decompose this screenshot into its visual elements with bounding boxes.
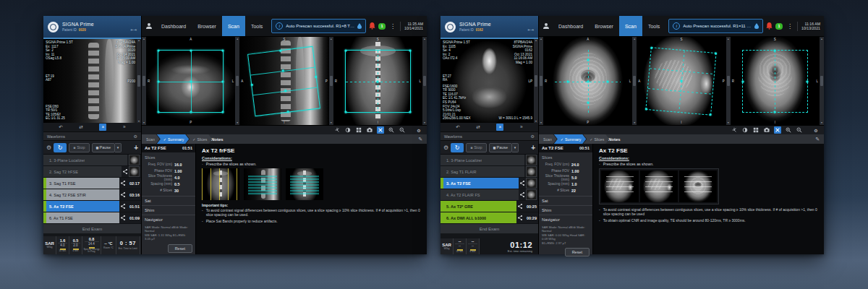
section-shim[interactable]: Shim xyxy=(142,205,195,215)
roi-handle[interactable] xyxy=(587,80,589,82)
close-tool-icon[interactable]: × xyxy=(99,124,106,131)
message-count-badge[interactable]: 1 xyxy=(378,23,386,30)
roi-handle[interactable] xyxy=(344,111,346,113)
protocol-step-row[interactable]: 4. Ax T2 FLAIR FS xyxy=(441,189,538,200)
protocol-step-row[interactable]: 5. Ax T2 FSE01:51 xyxy=(43,201,141,212)
parameter-row[interactable]: # Slices30 xyxy=(142,187,195,194)
scroll-down-icon[interactable]: ▼ xyxy=(540,121,542,124)
roi-handle[interactable] xyxy=(190,50,192,52)
more-tools-icon[interactable]: » xyxy=(520,124,523,131)
waveforms-settings-icon[interactable]: ⚙ xyxy=(531,134,535,139)
zoom-out-icon[interactable] xyxy=(399,126,406,134)
roi-handle[interactable] xyxy=(377,80,379,82)
scroll-up-icon[interactable]: ▲ xyxy=(727,38,729,40)
adjust-icon[interactable] xyxy=(333,126,341,134)
scroll-up-icon[interactable]: ▲ xyxy=(330,38,332,40)
parameter-row[interactable]: Spacing (mm)0.5 xyxy=(142,181,195,187)
pause-button[interactable]: ▮▮Pause xyxy=(92,143,116,152)
edit-notes-icon[interactable]: ✎ xyxy=(815,137,820,142)
adjust-icon[interactable] xyxy=(731,126,738,134)
roi-handle[interactable] xyxy=(806,80,808,82)
edit-notes-icon[interactable]: ✎ xyxy=(418,137,422,142)
step-thumbnail[interactable] xyxy=(526,178,537,189)
bottom-tab-scan[interactable]: Scan xyxy=(539,134,557,144)
prescription-roi[interactable] xyxy=(555,50,621,113)
scroll-up-icon[interactable]: ▲ xyxy=(237,38,239,40)
tab-tools[interactable]: Tools xyxy=(642,16,665,36)
roi-handle[interactable] xyxy=(222,111,224,113)
waveforms-section[interactable]: Waveforms ⚙ xyxy=(43,131,141,140)
mri-viewport[interactable]: SIAP xyxy=(239,37,328,125)
protocol-step-row[interactable]: 2. Sag T2 frFSE xyxy=(43,166,141,177)
roi-handle[interactable] xyxy=(158,111,160,113)
protocol-step-row[interactable]: 4. Sag T2 FSE STIR03:16 xyxy=(43,189,141,200)
parameter-row[interactable]: Spacing (mm)1.0 xyxy=(539,181,592,187)
parameter-row[interactable]: # Slices22 xyxy=(539,187,592,194)
scroll-down-icon[interactable]: ▼ xyxy=(237,121,239,124)
prescription-roi[interactable] xyxy=(345,50,411,113)
user-icon[interactable] xyxy=(145,22,153,30)
scroll-down-icon[interactable]: ▼ xyxy=(142,121,145,124)
reference-scrollbar[interactable]: ▲▼ xyxy=(534,39,538,123)
roi-handle[interactable] xyxy=(567,80,569,82)
undo-icon[interactable]: ↶ xyxy=(59,124,62,131)
viewport-scrollbar[interactable]: ▲▼ xyxy=(820,37,824,125)
scroll-down-icon[interactable]: ▼ xyxy=(820,121,822,124)
section-navigator[interactable]: Navigator xyxy=(539,215,592,224)
reference-scrollbar[interactable]: ▲▼ xyxy=(137,39,141,123)
scroll-up-icon[interactable]: ▲ xyxy=(142,38,145,40)
prescription-roi[interactable] xyxy=(247,46,320,116)
refresh-button[interactable]: ↻ xyxy=(54,143,67,152)
mri-viewport[interactable]: SIRL xyxy=(333,37,422,125)
contrast-icon[interactable] xyxy=(344,126,352,134)
section-navigator[interactable]: Navigator xyxy=(142,215,195,224)
tab-scan[interactable]: Scan xyxy=(222,16,245,36)
reset-button[interactable]: Reset xyxy=(565,248,590,256)
tab-browser[interactable]: Browser xyxy=(589,16,619,36)
layout-grid-icon[interactable] xyxy=(752,126,760,134)
zoom-in-icon[interactable] xyxy=(785,126,792,134)
scroll-down-icon[interactable]: ▼ xyxy=(727,121,729,124)
tab-tools[interactable]: Tools xyxy=(245,16,268,36)
roi-handle[interactable] xyxy=(190,111,192,113)
roi-handle[interactable] xyxy=(409,111,411,113)
tab-browser[interactable]: Browser xyxy=(192,16,222,36)
mri-viewport[interactable]: SIAP xyxy=(637,37,726,125)
close-icon[interactable] xyxy=(774,126,781,134)
reference-image-viewport[interactable]: SIGNA Prime 1.5TEx: 1105Se: 4Im: 2OAx I7… xyxy=(441,39,538,123)
zoom-in-icon[interactable] xyxy=(388,126,395,134)
parameter-row[interactable]: Slice Thickness (mm)4.0 xyxy=(142,174,195,181)
more-tools-icon[interactable]: » xyxy=(123,124,126,131)
scroll-thumb[interactable] xyxy=(236,76,239,86)
alert-bell-icon[interactable] xyxy=(766,22,773,30)
roi-handle[interactable] xyxy=(158,80,160,82)
roi-handle[interactable] xyxy=(409,50,411,52)
protocol-step-row[interactable]: 6. Ax DWI ALL b100000:29 xyxy=(441,212,538,223)
scroll-down-icon[interactable]: ▼ xyxy=(330,121,332,124)
scroll-thumb[interactable] xyxy=(330,76,333,86)
scroll-thumb[interactable] xyxy=(142,76,145,86)
overflow-menu-icon[interactable]: ⋮ xyxy=(388,23,397,30)
transfer-icon[interactable]: ⇤⇥ xyxy=(528,27,534,32)
parameter-row[interactable]: Slice Thickness (mm)5.0 xyxy=(539,174,592,181)
add-step-icon[interactable]: + xyxy=(531,144,535,152)
parameter-row[interactable]: Freq. FOV (cm)16.0 xyxy=(142,161,195,168)
protocol-step-row[interactable]: 5. Ax T2* GRE00:25 xyxy=(441,201,538,212)
scroll-down-icon[interactable]: ▼ xyxy=(423,121,425,124)
pan-icon[interactable]: ⇄ xyxy=(79,124,82,131)
roi-handle[interactable] xyxy=(222,80,224,82)
roi-handle[interactable] xyxy=(680,80,682,82)
prescription-roi[interactable] xyxy=(742,50,808,113)
bottom-tab-summary[interactable]: ✓Summary xyxy=(157,134,189,144)
mri-viewport[interactable]: APRL xyxy=(543,37,632,125)
droplet-icon[interactable] xyxy=(357,23,362,29)
roi-handle[interactable] xyxy=(282,70,284,72)
contrast-icon[interactable] xyxy=(741,126,749,134)
scroll-thumb[interactable] xyxy=(540,76,542,86)
stop-button[interactable]: ■Stop xyxy=(69,143,89,152)
pan-icon[interactable]: ⇄ xyxy=(476,124,480,131)
roi-handle[interactable] xyxy=(651,47,653,49)
tab-scan[interactable]: Scan xyxy=(619,16,642,36)
message-count-badge[interactable]: 1 xyxy=(775,23,783,30)
prescription-roi[interactable] xyxy=(158,50,224,113)
